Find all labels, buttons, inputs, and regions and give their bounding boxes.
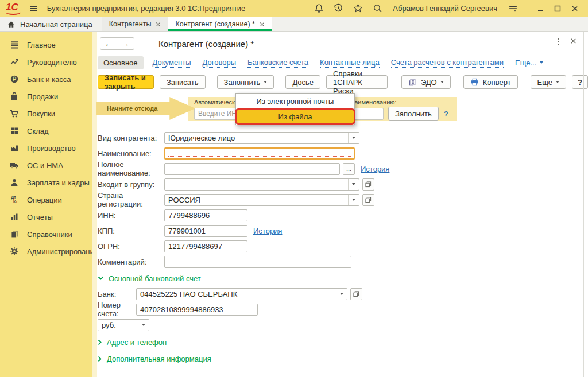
notifications-button[interactable] (311, 2, 326, 15)
tab-home-label: Начальная страница (20, 20, 92, 29)
forward-button[interactable]: → (117, 38, 134, 49)
inn-input[interactable]: 7799488696 (164, 209, 247, 221)
sidebar-item-warehouse[interactable]: Склад (0, 122, 92, 139)
sidebar-item-fixed-assets[interactable]: ОС и НМА (0, 157, 92, 174)
menu-item-from-email[interactable]: Из электронной почты (236, 94, 354, 108)
sidebar-item-main[interactable]: Главное (0, 36, 92, 53)
tabbar: Начальная страница Контрагенты Контраген… (0, 17, 588, 32)
edo-documents-icon (408, 78, 417, 87)
maximize-button[interactable] (550, 2, 565, 15)
sidebar-item-directories[interactable]: Справочники (0, 226, 92, 243)
section-main-bank-account[interactable]: Основной банковский счет (98, 273, 588, 284)
chevron-down-icon (540, 61, 543, 64)
close-icon (571, 5, 579, 13)
dossier-button[interactable]: Досье (285, 75, 320, 89)
section-address-phone[interactable]: Адрес и телефон (98, 336, 588, 348)
combo-arrow-button[interactable] (336, 289, 347, 300)
group-combobox[interactable] (164, 178, 359, 191)
factory-icon (9, 143, 20, 153)
combo-arrow-button[interactable] (138, 320, 149, 331)
nav-more-button[interactable]: Еще... (515, 59, 543, 67)
search-button[interactable] (370, 2, 385, 15)
history-button[interactable] (331, 2, 346, 15)
account-number-input[interactable]: 40702810899994886933 (136, 304, 258, 316)
field-row-account: Номер счета: 40702810899994886933 (98, 303, 588, 316)
sidebar-item-administration[interactable]: Администрирование (0, 243, 92, 260)
ruble-circle-icon: ₽ (9, 75, 20, 84)
sidebar-item-operations[interactable]: Дт Кт Операции (0, 191, 92, 208)
tab-close-button[interactable] (260, 22, 265, 27)
nav-tab-settlement-accounts[interactable]: Счета расчетов с контрагентами (391, 58, 504, 68)
comment-input[interactable] (164, 256, 351, 268)
sidebar-item-salary-hr[interactable]: Зарплата и кадры (0, 174, 92, 191)
currency-combobox[interactable]: руб. (98, 319, 149, 331)
form-close-button[interactable] (570, 37, 577, 46)
field-row-bank: Банк: 044525225 ПАО СБЕРБАНК (98, 287, 588, 300)
field-row-name: Наименование: (98, 147, 588, 160)
country-combobox[interactable]: РОССИЯ (164, 194, 359, 206)
tab-label: Контрагенты (109, 20, 152, 28)
save-and-close-button[interactable]: Записать и закрыть (98, 75, 154, 89)
titlebar: 1С Бухгалтерия предприятия, редакция 3.0… (0, 0, 588, 17)
app-title: Бухгалтерия предприятия, редакция 3.0 1С… (47, 4, 246, 13)
name-input[interactable] (164, 147, 355, 160)
tab-close-button[interactable] (156, 22, 161, 27)
country-open-button[interactable] (362, 194, 374, 206)
history-clock-icon (334, 3, 343, 13)
home-icon (7, 20, 16, 29)
minimize-button[interactable] (533, 2, 548, 15)
favorites-button[interactable] (350, 2, 365, 15)
kpp-input[interactable]: 779901001 (164, 225, 247, 237)
tab-counterparty-new[interactable]: Контрагент (создание) * (168, 17, 272, 31)
bank-open-button[interactable] (350, 288, 362, 300)
nav-tab-documents[interactable]: Документы (153, 58, 191, 68)
sidebar-item-production[interactable]: Производство (0, 139, 92, 157)
kpp-history-link[interactable]: История (253, 227, 282, 235)
combo-arrow-button[interactable] (348, 179, 359, 190)
truck-icon (9, 161, 20, 170)
sidebar-item-purchases[interactable]: Покупки (0, 105, 92, 122)
nav-tab-contacts[interactable]: Контактные лица (320, 58, 380, 68)
assistant-help-link[interactable]: ? (444, 110, 448, 118)
group-open-button[interactable] (362, 178, 374, 191)
combo-arrow-button[interactable] (348, 133, 359, 143)
current-user[interactable]: Абрамов Геннадий Сергеевич (393, 4, 497, 13)
spark-reports-button[interactable]: Справки 1СПАРК Риски (326, 75, 388, 89)
sidebar-item-bank-cash[interactable]: ₽ Банк и касса (0, 71, 92, 88)
assistant-fill-button[interactable]: Заполнить (388, 107, 439, 121)
content-right-divider (583, 32, 584, 377)
main-menu-button[interactable] (26, 2, 41, 15)
bank-combobox[interactable]: 044525225 ПАО СБЕРБАНК (136, 288, 347, 300)
nav-tab-contracts[interactable]: Договоры (203, 58, 236, 68)
history-nav-buttons: ← → (100, 37, 134, 50)
books-icon (9, 230, 20, 239)
combo-arrow-button[interactable] (348, 195, 359, 205)
kind-combobox[interactable]: Юридическое лицо (164, 132, 359, 144)
more-button[interactable]: Еще (531, 75, 566, 89)
full-name-more-button[interactable]: ... (343, 163, 355, 175)
nav-tab-bank-accounts[interactable]: Банковские счета (247, 58, 308, 68)
field-row-ogrn: ОГРН: 1217799488697 (98, 240, 588, 252)
tab-counterparties[interactable]: Контрагенты (102, 17, 168, 31)
nav-tab-main[interactable]: Основное (98, 56, 144, 69)
fill-dropdown-button[interactable]: Заполнить (217, 75, 274, 89)
help-button[interactable]: ? (572, 75, 588, 89)
sidebar-item-manager[interactable]: Руководителю (0, 53, 92, 71)
chevron-down-icon (556, 81, 559, 83)
menu-item-from-file[interactable]: Из файла (235, 108, 355, 125)
edo-dropdown-button[interactable]: ЭДО (401, 75, 451, 89)
save-button[interactable]: Записать (160, 75, 206, 89)
envelope-print-button[interactable]: Конверт (463, 75, 518, 89)
tab-home[interactable]: Начальная страница (0, 17, 102, 31)
section-additional-info[interactable]: Дополнительная информация (98, 353, 588, 364)
titlebar-tools: Абрамов Геннадий Сергеевич (311, 2, 582, 15)
back-button[interactable]: ← (100, 38, 117, 49)
form-menu-dots-button[interactable] (558, 38, 559, 45)
sidebar-item-sales[interactable]: Продажи (0, 88, 92, 105)
ogrn-input[interactable]: 1217799488697 (164, 240, 247, 252)
sidebar-item-reports[interactable]: Отчеты (0, 208, 92, 226)
full-name-input[interactable] (164, 163, 340, 175)
close-window-button[interactable] (567, 2, 582, 15)
full-name-history-link[interactable]: История (361, 165, 389, 173)
service-menu-button[interactable] (505, 2, 520, 15)
